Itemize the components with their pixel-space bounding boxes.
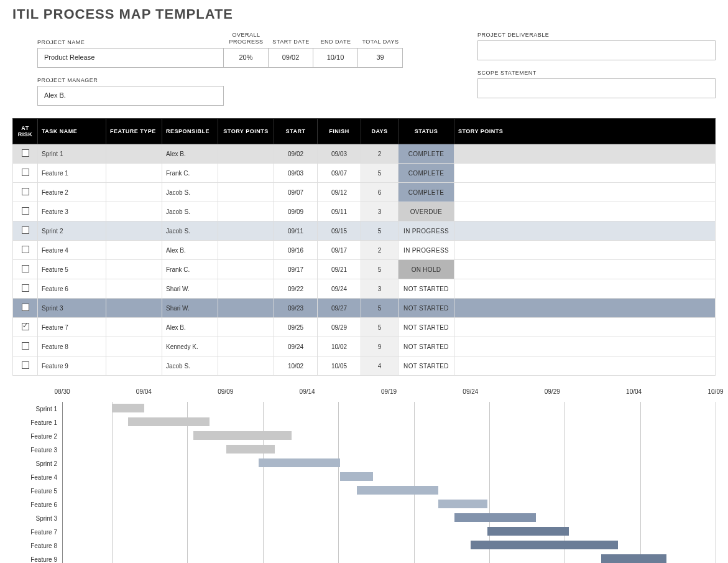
finish-cell: 09/07 [318,164,361,183]
gantt-row: Sprint 3 [12,511,716,525]
story-points-2-cell [454,279,716,299]
story-points-cell [218,221,274,241]
days-cell: 2 [361,241,399,260]
task-name-cell: Feature 9 [38,356,106,376]
at-risk-checkbox[interactable] [22,188,29,195]
table-row: Feature 3Jacob S.09/0909/113OVERDUE [13,202,716,221]
finish-cell: 09/24 [318,279,361,299]
gantt-row-label: Feature 1 [12,419,62,426]
col-story-points-2: STORY POINTS [454,119,716,144]
days-cell: 4 [361,356,399,376]
gantt-row: Feature 6 [12,498,716,511]
col-story-points: STORY POINTS [218,119,274,144]
table-row: Sprint 1Alex B.09/0209/032COMPLETE [13,144,716,164]
at-risk-checkbox[interactable] [22,323,29,330]
gantt-bar [259,458,340,467]
finish-cell: 10/02 [318,337,361,356]
at-risk-checkbox[interactable] [22,265,29,272]
at-risk-checkbox[interactable] [22,207,29,215]
story-points-2-cell [454,202,716,221]
at-risk-checkbox[interactable] [22,149,29,157]
gantt-tick-label: 09/29 [545,388,560,395]
at-risk-checkbox[interactable] [22,284,29,292]
table-row: Sprint 2Jacob S.09/1109/155IN PROGRESS [13,221,716,241]
gantt-row-label: Feature 8 [12,542,62,549]
responsible-cell: Shari W. [162,279,218,299]
gantt-row: Feature 2 [12,429,716,443]
gantt-tick-label: 09/24 [463,388,478,395]
overall-progress-label: OVERALL PROGRESS [224,32,269,45]
col-status: STATUS [399,119,454,144]
at-risk-checkbox[interactable] [22,169,29,176]
scope-field[interactable] [477,78,716,98]
status-cell: COMPLETE [399,183,454,202]
col-feature-type: FEATURE TYPE [106,119,162,144]
days-cell: 2 [361,144,399,164]
story-points-2-cell [454,337,716,356]
start-cell: 09/22 [274,279,318,299]
start-cell: 09/09 [274,202,318,221]
status-cell: NOT STARTED [399,279,454,299]
task-name-cell: Feature 7 [38,318,106,337]
col-finish: FINISH [318,119,361,144]
project-manager-field[interactable]: Alex B. [37,86,224,106]
gantt-bar [193,431,292,440]
story-points-2-cell [454,260,716,279]
feature-type-cell [106,337,162,356]
gantt-row-label: Feature 6 [12,501,62,508]
gantt-row: Feature 7 [12,525,716,539]
task-name-cell: Sprint 1 [38,144,106,164]
responsible-cell: Frank C. [162,260,218,279]
gantt-row-label: Feature 4 [12,474,62,481]
overall-progress-value: 20% [224,48,269,68]
gantt-bar [112,404,145,412]
gantt-bar [487,527,569,536]
gantt-row-label: Sprint 3 [12,515,62,522]
status-cell: COMPLETE [399,144,454,164]
start-cell: 09/11 [274,221,318,241]
finish-cell: 09/17 [318,241,361,260]
story-points-2-cell [454,318,716,337]
start-date-label: START DATE [269,32,313,45]
project-manager-label: PROJECT MANAGER [37,77,224,83]
days-cell: 6 [361,183,399,202]
status-cell: NOT STARTED [399,337,454,356]
status-cell: COMPLETE [399,164,454,183]
gantt-tick-label: 09/04 [136,388,152,395]
days-cell: 3 [361,202,399,221]
at-risk-checkbox[interactable] [22,361,29,369]
at-risk-checkbox[interactable] [22,246,29,253]
gantt-bar [471,541,617,549]
days-cell: 5 [361,318,399,337]
start-cell: 09/02 [274,144,318,164]
days-cell: 5 [361,221,399,241]
feature-type-cell [106,241,162,260]
finish-cell: 10/05 [318,356,361,376]
at-risk-checkbox[interactable] [22,342,29,350]
table-row: Feature 6Shari W.09/2209/243NOT STARTED [13,279,716,299]
status-cell: NOT STARTED [399,318,454,337]
project-name-field[interactable]: Product Release [37,48,224,68]
deliverable-field[interactable] [477,40,716,60]
at-risk-checkbox[interactable] [22,304,29,311]
gantt-row-label: Feature 2 [12,433,62,440]
gantt-row-label: Sprint 2 [12,460,62,467]
total-days-value: 39 [358,48,403,68]
at-risk-checkbox[interactable] [22,226,29,234]
feature-type-cell [106,356,162,376]
status-cell: NOT STARTED [399,299,454,318]
story-points-cell [218,279,274,299]
story-points-cell [218,299,274,318]
gantt-row-label: Sprint 1 [12,406,62,412]
responsible-cell: Alex B. [162,318,218,337]
total-days-label: TOTAL DAYS [358,32,403,45]
story-points-cell [218,144,274,164]
finish-cell: 09/03 [318,144,361,164]
task-name-cell: Feature 4 [38,241,106,260]
gantt-chart: 08/3009/0409/0909/1409/1909/2409/2910/04… [12,388,716,563]
feature-type-cell [106,164,162,183]
days-cell: 5 [361,164,399,183]
table-row: Feature 9Jacob S.10/0210/054NOT STARTED [13,356,716,376]
status-cell: ON HOLD [399,260,454,279]
task-name-cell: Sprint 3 [38,299,106,318]
